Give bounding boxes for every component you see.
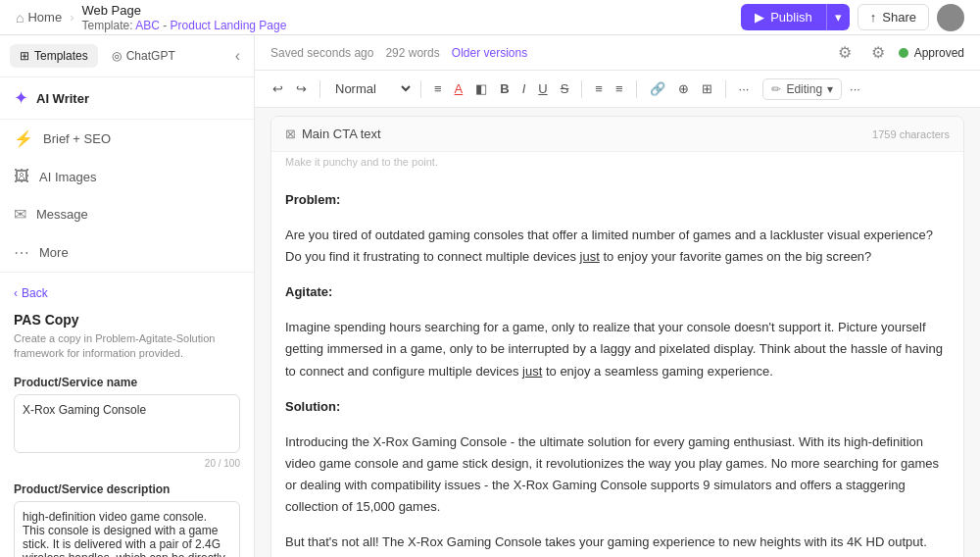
problem-label: Problem: [285,192,340,207]
ai-writer-nav: ✦ AI Writer [0,77,254,120]
sidebar-item-ai-images[interactable]: 🖼 AI Images [0,158,254,195]
product-desc-label: Product/Service description [14,482,240,496]
chatgpt-label: ChatGPT [126,49,175,63]
product-desc-input[interactable]: high-definition video game console. This… [14,501,240,557]
just-underline-2: just [522,364,542,379]
editor-top-right: ⚙ ⚙ Approved [832,41,964,64]
paragraph-solution-label: Solution: [285,396,950,418]
sidebar-item-more[interactable]: ⋯ More [0,233,254,272]
solution-label: Solution: [285,399,340,414]
list-group: ≡ ≡ [589,78,628,99]
product-name-input[interactable]: X-Rox Gaming Console [14,394,240,453]
format-group: ≡ A ◧ B I U S [428,78,574,99]
home-icon: ⌂ [16,10,24,25]
settings-icon-btn[interactable]: ⚙ [832,41,858,64]
breadcrumb: Web Page Template: ABC - Product Landing… [82,3,287,32]
back-arrow-icon: ‹ [14,286,18,300]
agitate-label: Agitate: [285,284,332,299]
media-button[interactable]: ⊕ [672,78,695,99]
more-label: More [39,245,69,260]
style-select[interactable]: Normal Heading 1 Heading 2 [327,77,414,100]
back-button[interactable]: ‹ Back [14,286,240,300]
top-bar-right: ▶ Publish ▾ ↑ Share [741,4,964,31]
redo-button[interactable]: ↪ [290,78,313,99]
publish-button[interactable]: ▶ Publish ▾ [741,4,850,30]
editor-toolbar: ↩ ↪ Normal Heading 1 Heading 2 ≡ A ◧ B I… [255,71,980,108]
sidebar-item-brief-seo[interactable]: ⚡ Brief + SEO [0,120,254,158]
tool-content: ‹ Back PAS Copy Create a copy in Problem… [0,273,254,557]
publish-dropdown-arrow[interactable]: ▾ [826,4,850,30]
share-button[interactable]: ↑ Share [858,4,929,30]
share-icon: ↑ [870,10,877,25]
editor-top-bar: Saved seconds ago 292 words Older versio… [255,35,980,71]
toolbar-sep-5 [725,80,726,98]
pencil-icon: ✏ [771,82,781,96]
approved-badge: Approved [899,46,964,60]
editing-chevron: ▾ [827,82,833,96]
toolbar-sep-2 [420,80,421,98]
main-cta-title: ⊠ Main CTA text [285,127,381,141]
separator: › [70,10,74,25]
older-versions-link[interactable]: Older versions [452,46,527,60]
info-icon-btn[interactable]: ⚙ [865,41,891,64]
bold-button[interactable]: B [494,78,514,99]
ai-images-label: AI Images [39,170,97,184]
templates-label: Templates [34,49,88,63]
insert-group: 🔗 ⊕ ⊞ [644,78,718,99]
toolbar-sep-1 [319,80,320,98]
sidebar-collapse-button[interactable]: ‹ [231,43,244,69]
editor-content: ⊠ Main CTA text 1759 characters Make it … [255,108,980,557]
tool-nav: ⚡ Brief + SEO 🖼 AI Images ✉ Message ⋯ Mo… [0,120,254,273]
main-cta-block-header: ⊠ Main CTA text 1759 characters [271,117,963,152]
publish-btn-main: ▶ Publish [741,4,826,30]
tab-templates[interactable]: ⊞ Templates [10,44,98,68]
avatar[interactable] [937,4,964,31]
more-toolbar-button[interactable]: ··· [733,78,756,99]
editor-area: Saved seconds ago 292 words Older versio… [255,35,980,557]
ordered-list-button[interactable]: ≡ [610,78,629,99]
strikethrough-button[interactable]: S [555,78,575,99]
editing-label: Editing [786,82,822,96]
font-color-button[interactable]: A [449,78,469,99]
main-layout: ⊞ Templates ◎ ChatGPT ‹ ✦ AI Writer ⚡ Br… [0,35,980,557]
home-button[interactable]: ⌂ Home [16,10,62,25]
highlight-button[interactable]: ◧ [469,78,493,99]
ai-images-icon: 🖼 [14,168,29,185]
table-button[interactable]: ⊞ [696,78,718,99]
tool-description: Create a copy in Problem-Agitate-Solutio… [14,331,240,362]
align-button[interactable]: ≡ [428,78,448,99]
bullet-list-button[interactable]: ≡ [589,78,609,99]
extra-options-button[interactable]: ··· [844,78,866,99]
top-bar: ⌂ Home › Web Page Template: ABC - Produc… [0,0,980,35]
main-cta-body[interactable]: Problem: Are you tired of outdated gamin… [271,176,963,557]
just-underline-1: just [580,249,600,264]
paragraph-agitate-text: Imagine spending hours searching for a g… [285,317,950,381]
sidebar-item-message[interactable]: ✉ Message [0,195,254,233]
publish-label: Publish [770,10,812,25]
breadcrumb-page[interactable]: Product Landing Page [171,19,287,32]
message-icon: ✉ [14,205,26,224]
toolbar-sep-4 [636,80,637,98]
tab-chatgpt[interactable]: ◎ ChatGPT [102,44,185,68]
product-name-char-count: 20 / 100 [14,458,240,469]
product-name-label: Product/Service name [14,376,240,389]
ai-writer-label: AI Writer [36,91,89,106]
words-count: 292 words [385,46,439,60]
home-label: Home [27,10,62,25]
approved-label: Approved [914,46,964,60]
main-cta-title-text: Main CTA text [302,127,381,141]
editor-top-left: Saved seconds ago 292 words Older versio… [270,46,527,60]
product-name-group: Product/Service name X-Rox Gaming Consol… [14,376,240,469]
toolbar-sep-3 [581,80,582,98]
undo-button[interactable]: ↩ [267,78,289,99]
undo-redo-group: ↩ ↪ [267,78,313,99]
underline-button[interactable]: U [532,78,553,99]
main-cta-hint: Make it punchy and to the point. [271,152,963,176]
paragraph-problem-text: Are you tired of outdated gaming console… [285,225,950,268]
templates-icon: ⊞ [20,49,29,63]
italic-button[interactable]: I [516,78,532,99]
sidebar-tabs: ⊞ Templates ◎ ChatGPT ‹ [0,35,254,77]
breadcrumb-abc[interactable]: ABC [135,19,160,32]
editing-badge: ✏ Editing ▾ [762,78,842,100]
link-button[interactable]: 🔗 [644,78,671,99]
